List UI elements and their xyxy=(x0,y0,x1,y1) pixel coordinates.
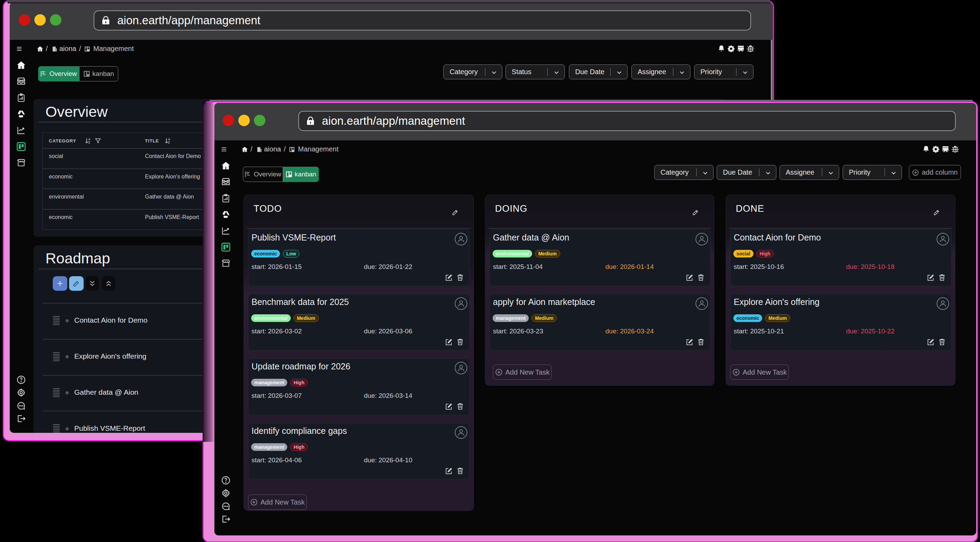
svg-text:A: A xyxy=(88,138,90,141)
svg-text:Z: Z xyxy=(88,141,90,144)
svg-text:A: A xyxy=(168,138,170,141)
svg-text:Z: Z xyxy=(168,141,170,144)
